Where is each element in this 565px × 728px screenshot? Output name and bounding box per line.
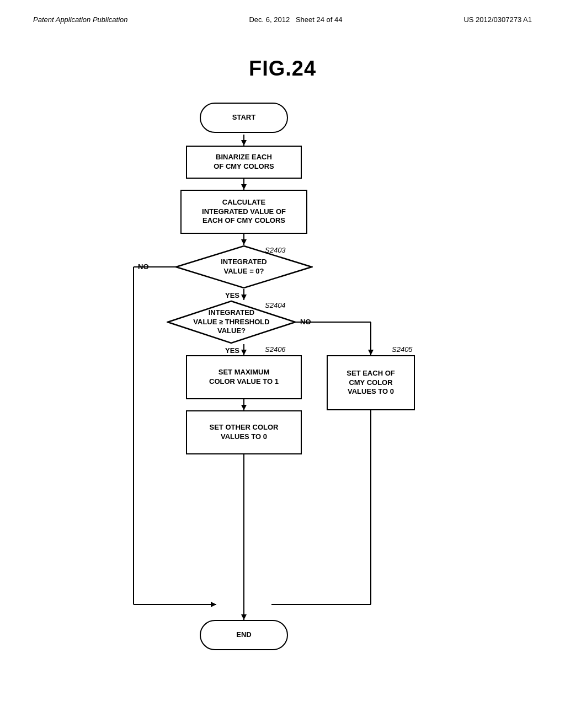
- diamond-s2403: INTEGRATED VALUE = 0?: [175, 245, 313, 289]
- step-label-s2406: S2406: [265, 345, 286, 354]
- step-s2406-text: SET MAXIMUM COLOR VALUE TO 1: [209, 368, 279, 387]
- step-s2407: SET OTHER COLOR VALUES TO 0: [186, 410, 302, 454]
- svg-marker-7: [241, 295, 247, 300]
- end-shape: END: [200, 620, 288, 650]
- svg-marker-3: [241, 184, 247, 190]
- diamond-s2404-text: INTEGRATED VALUE ≥ THRESHOLD VALUE?: [193, 308, 269, 336]
- svg-marker-23: [241, 614, 247, 620]
- diamond-s2404: INTEGRATED VALUE ≥ THRESHOLD VALUE?: [167, 300, 296, 344]
- end-label: END: [236, 630, 251, 640]
- step-s2405: SET EACH OF CMY COLOR VALUES TO 0: [327, 355, 415, 410]
- date-sheet-label: Dec. 6, 2012 Sheet 24 of 44: [249, 15, 342, 24]
- start-shape: START: [200, 103, 288, 133]
- svg-marker-13: [241, 350, 247, 355]
- svg-marker-1: [241, 140, 247, 146]
- svg-marker-11: [211, 602, 216, 607]
- yes-label-s2403: YES: [225, 291, 239, 299]
- page-header: Patent Application Publication Dec. 6, 2…: [0, 0, 565, 24]
- flowchart: START S2401 BINARIZE EACH OF CMY COLORS …: [89, 97, 476, 676]
- publication-label: Patent Application Publication: [33, 15, 128, 24]
- svg-marker-18: [241, 405, 247, 410]
- svg-marker-5: [241, 239, 247, 245]
- step-s2402-text: CALCULATE INTEGRATED VALUE OF EACH OF CM…: [202, 198, 286, 226]
- step-s2406: SET MAXIMUM COLOR VALUE TO 1: [186, 355, 302, 399]
- no-label-s2403: NO: [138, 263, 149, 271]
- patent-number-label: US 2012/0307273 A1: [463, 15, 532, 24]
- yes-label-s2404: YES: [225, 346, 239, 355]
- svg-marker-16: [368, 350, 374, 355]
- step-label-s2405: S2405: [392, 345, 413, 354]
- step-s2402: CALCULATE INTEGRATED VALUE OF EACH OF CM…: [180, 190, 307, 234]
- start-label: START: [232, 113, 255, 122]
- step-s2401-text: BINARIZE EACH OF CMY COLORS: [214, 153, 274, 172]
- step-s2405-text: SET EACH OF CMY COLOR VALUES TO 0: [347, 369, 395, 397]
- step-s2401: BINARIZE EACH OF CMY COLORS: [186, 146, 302, 179]
- diamond-s2403-text: INTEGRATED VALUE = 0?: [221, 258, 267, 276]
- figure-title: FIG.24: [0, 57, 565, 81]
- no-label-s2404: NO: [300, 318, 311, 326]
- step-s2407-text: SET OTHER COLOR VALUES TO 0: [210, 423, 279, 442]
